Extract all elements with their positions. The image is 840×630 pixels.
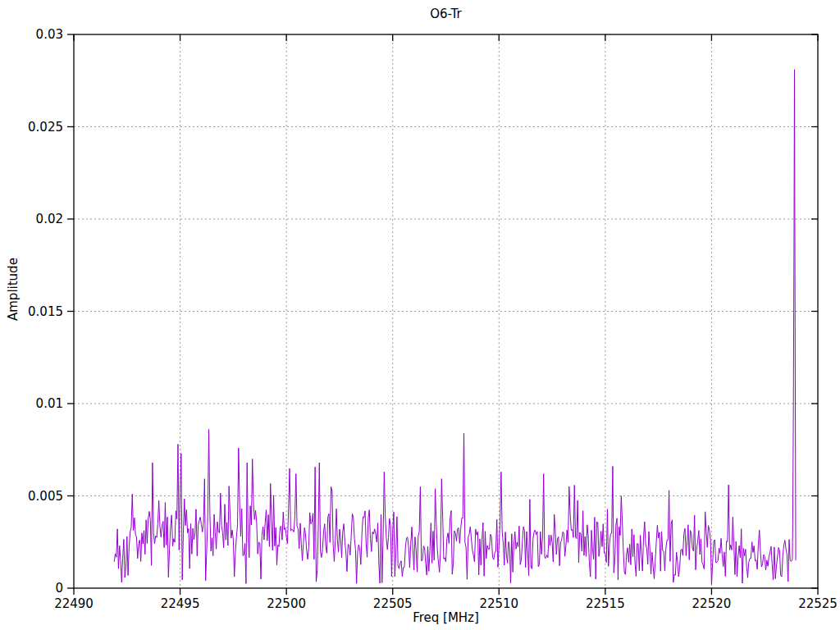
y-tick-label: 0.025	[28, 120, 63, 135]
chart-canvas: 2249022495225002250522510225152252022525…	[0, 0, 840, 630]
x-tick-label: 22525	[798, 596, 838, 611]
plot-window: O6-Tr Amplitude 224902249522500225052251…	[0, 0, 840, 630]
y-tick-label: 0.015	[28, 304, 63, 319]
x-tick-label: 22510	[479, 596, 518, 611]
x-axis-title: Freq [MHz]	[74, 610, 818, 625]
y-tick-label: 0.005	[28, 489, 63, 504]
x-tick-label: 22495	[161, 596, 200, 611]
x-tick-label: 22520	[692, 596, 732, 611]
data-series-line	[114, 70, 796, 585]
x-tick-label: 22505	[373, 596, 413, 611]
x-tick-label: 22515	[586, 596, 625, 611]
y-tick-label: 0.01	[36, 396, 63, 411]
x-tick-label: 22490	[54, 596, 94, 611]
y-tick-label: 0.03	[36, 27, 63, 42]
x-tick-label: 22500	[267, 596, 306, 611]
y-tick-label: 0	[55, 581, 63, 596]
y-tick-label: 0.02	[36, 212, 63, 226]
